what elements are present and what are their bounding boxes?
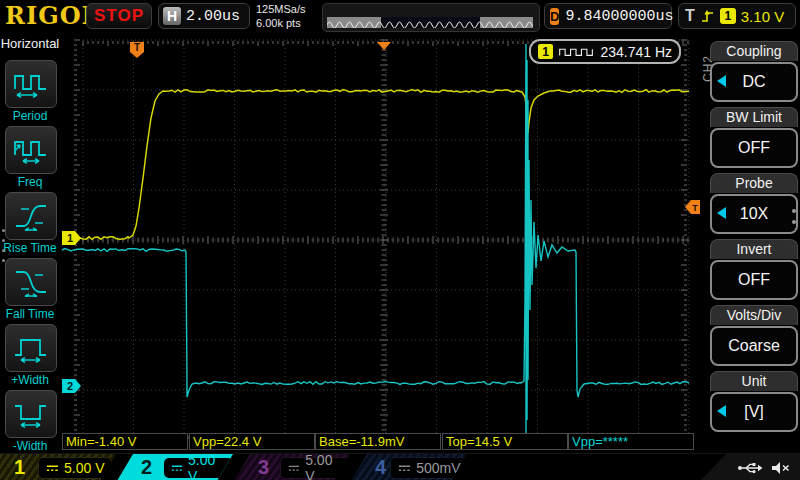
rise-time-label: Rise Time: [0, 241, 60, 255]
trigger-source-badge: 1: [720, 8, 736, 24]
speaker-muted-icon: [771, 461, 790, 475]
measurement-min: Min=-1.40 V: [62, 433, 188, 450]
run-state-label: STOP: [94, 6, 144, 26]
left-arrow-icon: [717, 207, 726, 219]
window-center-marker: [377, 42, 391, 50]
channel-4-number: 4: [375, 456, 386, 479]
rising-edge-icon: [700, 9, 715, 24]
timebase-value: 2.00us: [186, 8, 240, 25]
run-state-indicator[interactable]: STOP: [86, 3, 152, 29]
bw-limit-setting[interactable]: BW Limit OFF: [710, 107, 798, 168]
system-status-icons: [700, 454, 800, 480]
invert-setting[interactable]: Invert OFF: [710, 239, 798, 300]
minus-width-button[interactable]: [5, 390, 57, 438]
channel-2-number: 2: [141, 456, 160, 479]
measurement-top: Top=14.5 V: [442, 433, 568, 450]
trigger-level-value: 3.10 V: [741, 8, 784, 25]
bw-limit-value: OFF: [738, 139, 770, 157]
minus-width-label: -Width: [0, 439, 60, 453]
channel-status-bar: 1 5.00 V 2 5.00 V 3: [0, 453, 800, 480]
plus-width-icon: [12, 333, 50, 363]
freq-label: Freq: [0, 175, 60, 189]
svg-text:T: T: [692, 203, 698, 213]
oscilloscope-screen: RIGOL STOP H 2.00us 125MSa/s 6.00k pts T…: [0, 0, 800, 480]
probe-setting[interactable]: Probe 10X: [710, 173, 798, 234]
freq-icon: [12, 135, 50, 165]
channel-4-scale: 500mV: [416, 460, 460, 476]
rise-time-button[interactable]: [5, 192, 57, 240]
top-status-bar: RIGOL STOP H 2.00us 125MSa/s 6.00k pts T…: [0, 0, 800, 34]
period-icon: [12, 69, 50, 99]
period-button[interactable]: [5, 60, 57, 108]
dc-coupling-icon: [46, 463, 59, 473]
channel-1-scale: 5.00 V: [64, 460, 104, 476]
counter-source-badge: 1: [538, 44, 553, 59]
acquisition-info: 125MSa/s 6.00k pts: [256, 2, 306, 30]
channel-3-number: 3: [258, 456, 276, 479]
rise-time-icon: [12, 201, 50, 231]
channel-1-block[interactable]: 1 5.00 V: [0, 454, 116, 480]
volts-div-label: Volts/Div: [710, 305, 798, 325]
invert-value: OFF: [738, 271, 770, 289]
channel-1-number: 1: [14, 456, 34, 479]
volts-div-value: Coarse: [728, 337, 780, 355]
trigger-readout[interactable]: T 1 3.10 V: [678, 3, 796, 29]
unit-label: Unit: [710, 371, 798, 391]
plus-width-button[interactable]: [5, 324, 57, 372]
coupling-value: DC: [742, 73, 765, 91]
frequency-counter: 1 234.741 Hz: [529, 39, 681, 64]
dc-coupling-icon: [288, 463, 300, 473]
channel-settings-menu: CH2 Coupling DC BW Limit OFF Probe 10X I…: [700, 33, 800, 453]
channel-2-block[interactable]: 2 5.00 V: [117, 454, 233, 480]
square-wave-icon: [559, 45, 594, 59]
bw-limit-label: BW Limit: [710, 107, 798, 127]
memory-waveform-squiggle: [327, 17, 533, 28]
menu-page-dots: [2, 229, 5, 262]
trigger-label: T: [685, 7, 695, 25]
memory-depth: 6.00k pts: [256, 16, 306, 30]
svg-text:2: 2: [67, 380, 73, 392]
fall-time-icon: [12, 267, 50, 297]
measurement-base: Base=-11.9mV: [315, 433, 441, 450]
delay-badge: D: [550, 8, 559, 25]
delay-value: 9.84000000us: [565, 8, 673, 25]
plus-width-label: +Width: [0, 373, 60, 387]
horizontal-position-bar[interactable]: T: [322, 3, 540, 32]
fall-time-button[interactable]: [5, 258, 57, 306]
probe-label: Probe: [710, 173, 798, 193]
unit-setting[interactable]: Unit [V]: [710, 371, 798, 432]
minus-width-icon: [12, 399, 50, 429]
left-arrow-icon: [717, 75, 726, 87]
channel-3-block[interactable]: 3 5.00 V: [234, 454, 350, 480]
measurement-vpp-ch1: Vpp=22.4 V: [189, 433, 315, 450]
left-measure-menu: Horizontal Period Freq Rise Time: [0, 33, 61, 453]
horizontal-badge: H: [163, 7, 181, 25]
waveform-svg: TT12: [60, 33, 700, 453]
usb-icon: [737, 461, 763, 475]
measurement-vpp-ch2: Vpp=*****: [568, 433, 694, 450]
period-label: Period: [0, 109, 60, 123]
dc-coupling-icon: [398, 463, 411, 473]
timebase-readout[interactable]: H 2.00us: [158, 3, 250, 29]
volts-div-setting[interactable]: Volts/Div Coarse: [710, 305, 798, 366]
channel-2-scale: 5.00 V: [188, 452, 226, 480]
fall-time-label: Fall Time: [0, 307, 60, 321]
menu-scroll-dots: [792, 209, 796, 224]
freq-button[interactable]: [5, 126, 57, 174]
svg-text:T: T: [134, 42, 140, 53]
sample-rate: 125MSa/s: [256, 2, 306, 16]
invert-label: Invert: [710, 239, 798, 259]
unit-value: [V]: [744, 403, 764, 421]
dc-coupling-icon: [171, 463, 183, 473]
coupling-setting[interactable]: Coupling DC: [710, 41, 798, 102]
coupling-label: Coupling: [710, 41, 798, 61]
svg-text:1: 1: [67, 232, 73, 244]
left-arrow-icon: [717, 405, 726, 417]
delay-readout[interactable]: D 9.84000000us: [544, 3, 672, 29]
channel-3-scale: 5.00 V: [305, 452, 342, 480]
counter-value: 234.741 Hz: [600, 44, 672, 60]
probe-value: 10X: [740, 205, 768, 223]
channel-4-block[interactable]: 4 500mV: [351, 454, 467, 480]
trace-ch1: [62, 90, 689, 240]
left-menu-title: Horizontal: [0, 33, 60, 51]
